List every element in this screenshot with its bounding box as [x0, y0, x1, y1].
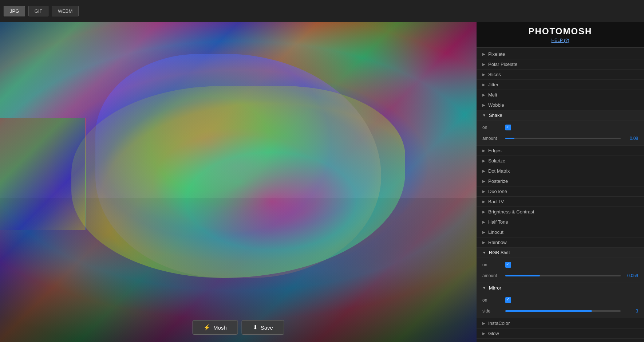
effect-item-slices[interactable]: ▶ Slices — [477, 70, 644, 80]
shake-controls: on amount 0.08 — [477, 121, 644, 146]
bottom-action-bar: ⚡ Mosh ⬇ Save — [192, 320, 284, 335]
effect-item-solarize[interactable]: ▶ Solarize — [477, 156, 644, 166]
shake-amount-slider[interactable] — [505, 138, 621, 139]
shake-on-row: on — [477, 122, 644, 133]
tab-jpg[interactable]: JPG — [4, 6, 25, 16]
chevron-right-icon: ▶ — [482, 72, 485, 76]
chevron-right-icon: ▶ — [482, 103, 485, 107]
effect-label: Jitter — [488, 82, 498, 87]
effect-label: Dot Matrix — [488, 168, 510, 174]
effect-item-instacolor[interactable]: ▶ InstaColor — [477, 318, 644, 329]
chevron-right-icon: ▶ — [482, 220, 485, 224]
chevron-down-icon: ▼ — [482, 286, 486, 290]
mirror-side-value: 3 — [624, 308, 638, 314]
effect-label: Half Tone — [488, 219, 508, 225]
canvas-area: ⚡ Mosh ⬇ Save — [0, 22, 477, 342]
effect-item-polar-pixelate[interactable]: ▶ Polar Pixelate — [477, 59, 644, 70]
effect-item-pixelate[interactable]: ▶ Pixelate — [477, 49, 644, 59]
chevron-right-icon: ▶ — [482, 159, 485, 163]
format-tabs: JPG GIF WEBM — [4, 6, 80, 16]
effect-label: Rainbow — [488, 240, 507, 245]
mirror-on-checkbox[interactable] — [505, 297, 511, 303]
effect-label: RGB Shift — [489, 250, 510, 255]
effect-label: Wobble — [488, 102, 504, 108]
effect-label: Polar Pixelate — [488, 62, 517, 67]
effect-item-posterize[interactable]: ▶ Posterize — [477, 176, 644, 186]
effect-item-bad-tv[interactable]: ▶ Bad TV — [477, 197, 644, 207]
effect-item-shake[interactable]: ▼ Shake — [477, 110, 644, 121]
effect-item-wobble[interactable]: ▶ Wobble — [477, 100, 644, 110]
mirror-side-slider[interactable] — [505, 310, 621, 312]
chevron-down-icon: ▼ — [482, 251, 486, 255]
rgb-shift-amount-label: amount — [482, 273, 502, 278]
mosh-button[interactable]: ⚡ Mosh — [192, 320, 238, 335]
mirror-on-label: on — [482, 298, 502, 303]
rgb-shift-on-checkbox[interactable] — [505, 262, 511, 268]
rgb-shift-amount-row: amount 0.059 — [477, 270, 644, 281]
effect-label: DuoTone — [488, 189, 507, 194]
effect-item-dot-matrix[interactable]: ▶ Dot Matrix — [477, 166, 644, 176]
effect-item-brightness-contrast[interactable]: ▶ Brightness & Contrast — [477, 207, 644, 217]
effect-item-rgb-shift[interactable]: ▼ RGB Shift — [477, 248, 644, 258]
effect-item-duotone[interactable]: ▶ DuoTone — [477, 186, 644, 197]
rgb-shift-amount-slider[interactable] — [505, 275, 621, 276]
chevron-right-icon: ▶ — [482, 93, 485, 97]
mirror-side-fill — [505, 310, 592, 312]
chevron-right-icon: ▶ — [482, 331, 485, 335]
shake-amount-slider-container: 0.08 — [505, 136, 638, 141]
effect-item-mirror[interactable]: ▼ Mirror — [477, 283, 644, 293]
effect-label: Melt — [488, 92, 497, 98]
app-logo: PHOTOMOSH — [529, 26, 592, 36]
tab-webm[interactable]: WEBM — [52, 6, 79, 16]
shake-on-label: on — [482, 125, 502, 130]
effect-item-edges[interactable]: ▶ Edges — [477, 146, 644, 156]
shake-on-checkbox[interactable] — [505, 125, 511, 130]
rgb-shift-on-label: on — [482, 262, 502, 267]
save-button[interactable]: ⬇ Save — [242, 320, 284, 335]
chevron-right-icon: ▶ — [482, 230, 485, 234]
shake-amount-row: amount 0.08 — [477, 133, 644, 144]
chevron-right-icon: ▶ — [482, 83, 485, 87]
effect-label: Bad TV — [488, 199, 504, 204]
rgb-shift-amount-value: 0.059 — [624, 273, 638, 278]
save-label: Save — [261, 325, 273, 331]
effect-label: InstaColor — [488, 321, 510, 326]
chevron-right-icon: ▶ — [482, 210, 485, 214]
effect-label: Slices — [488, 72, 501, 77]
mirror-side-row: side 3 — [477, 306, 644, 317]
effect-label: Glow — [488, 331, 499, 336]
top-bar: JPG GIF WEBM — [0, 0, 644, 22]
effect-label: Pixelate — [488, 51, 505, 57]
rgb-shift-on-row: on — [477, 259, 644, 270]
effect-item-melt[interactable]: ▶ Melt — [477, 90, 644, 100]
mirror-on-row: on — [477, 295, 644, 306]
effect-item-glow[interactable]: ▶ Glow — [477, 329, 644, 339]
effect-item-rainbow[interactable]: ▶ Rainbow — [477, 237, 644, 248]
chevron-right-icon: ▶ — [482, 240, 485, 244]
tab-gif[interactable]: GIF — [28, 6, 49, 16]
shake-amount-fill — [505, 138, 514, 139]
help-link[interactable]: HELP (?) — [551, 38, 569, 43]
main-area: ⚡ Mosh ⬇ Save PHOTOMOSH HELP (?) ▶ Pixel… — [0, 22, 644, 342]
chevron-right-icon: ▶ — [482, 321, 485, 325]
effect-label: Edges — [488, 148, 502, 153]
effect-label: Solarize — [488, 158, 505, 164]
effect-item-hue-saturation[interactable]: ▶ Hue & Saturation — [477, 339, 644, 342]
right-panel: PHOTOMOSH HELP (?) ▶ Pixelate ▶ Polar Pi… — [477, 22, 644, 342]
lightning-icon: ⚡ — [204, 324, 210, 331]
chevron-right-icon: ▶ — [482, 62, 485, 66]
effects-list: ▶ Pixelate ▶ Polar Pixelate ▶ Slices ▶ J… — [477, 48, 644, 342]
mosh-label: Mosh — [213, 325, 227, 331]
download-icon: ⬇ — [253, 324, 258, 331]
effect-item-linocut[interactable]: ▶ Linocut — [477, 227, 644, 237]
effect-item-half-tone[interactable]: ▶ Half Tone — [477, 217, 644, 227]
rgb-shift-amount-slider-container: 0.059 — [505, 273, 638, 278]
effect-label: Posterize — [488, 178, 508, 184]
chevron-right-icon: ▶ — [482, 149, 485, 153]
effect-item-jitter[interactable]: ▶ Jitter — [477, 80, 644, 90]
effect-label: Mirror — [489, 285, 501, 291]
chevron-right-icon: ▶ — [482, 169, 485, 173]
chevron-right-icon: ▶ — [482, 52, 485, 56]
mirror-controls: on side 3 — [477, 293, 644, 318]
effect-label: Shake — [489, 113, 502, 118]
